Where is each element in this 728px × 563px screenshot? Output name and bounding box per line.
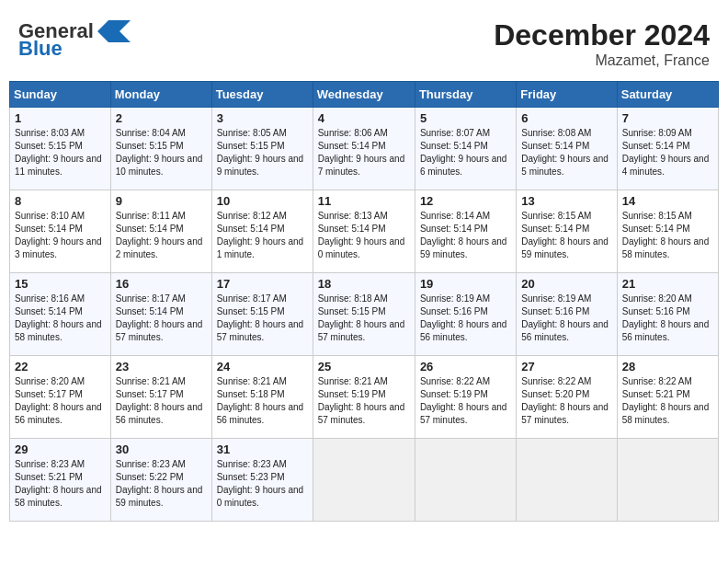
day-info: Sunrise: 8:15 AMSunset: 5:14 PMDaylight:… [521,210,611,261]
day-info: Sunrise: 8:15 AMSunset: 5:14 PMDaylight:… [622,210,713,261]
day-info: Sunrise: 8:14 AMSunset: 5:14 PMDaylight:… [420,210,511,261]
table-row: 20Sunrise: 8:19 AMSunset: 5:16 PMDayligh… [517,273,617,356]
day-number: 12 [420,194,511,208]
table-row: 23Sunrise: 8:21 AMSunset: 5:17 PMDayligh… [110,356,211,439]
table-row: 10Sunrise: 8:12 AMSunset: 5:14 PMDayligh… [211,190,313,273]
header-wednesday: Wednesday [313,82,415,108]
table-row: 9Sunrise: 8:11 AMSunset: 5:14 PMDaylight… [110,190,211,273]
day-info: Sunrise: 8:17 AMSunset: 5:15 PMDaylight:… [217,293,308,344]
day-info: Sunrise: 8:18 AMSunset: 5:15 PMDaylight:… [318,293,410,344]
table-row: 19Sunrise: 8:19 AMSunset: 5:16 PMDayligh… [415,273,516,356]
day-info: Sunrise: 8:20 AMSunset: 5:16 PMDaylight:… [622,293,713,344]
day-number: 28 [622,360,713,373]
svg-marker-0 [97,20,131,42]
day-info: Sunrise: 8:16 AMSunset: 5:14 PMDaylight:… [15,293,106,344]
day-info: Sunrise: 8:07 AMSunset: 5:14 PMDaylight:… [420,127,511,178]
day-number: 19 [420,277,511,291]
table-row: 25Sunrise: 8:21 AMSunset: 5:19 PMDayligh… [313,356,415,439]
table-row [617,439,718,522]
day-number: 25 [318,360,410,373]
day-info: Sunrise: 8:06 AMSunset: 5:14 PMDaylight:… [318,127,410,178]
day-number: 23 [116,360,207,373]
day-number: 3 [217,111,308,125]
day-number: 18 [318,277,410,291]
day-number: 17 [217,277,308,291]
page-subtitle: Mazamet, France [494,52,710,69]
day-number: 29 [15,442,106,456]
day-info: Sunrise: 8:17 AMSunset: 5:14 PMDaylight:… [116,293,207,344]
calendar-week-row: 1Sunrise: 8:03 AMSunset: 5:15 PMDaylight… [10,108,719,190]
day-number: 5 [420,111,511,125]
calendar-table: Sunday Monday Tuesday Wednesday Thursday… [9,81,719,522]
day-info: Sunrise: 8:05 AMSunset: 5:15 PMDaylight:… [217,127,308,178]
table-row: 16Sunrise: 8:17 AMSunset: 5:14 PMDayligh… [110,273,211,356]
day-number: 26 [420,360,511,373]
day-number: 11 [318,194,410,208]
logo-icon [97,18,131,44]
table-row: 2Sunrise: 8:04 AMSunset: 5:15 PMDaylight… [110,108,211,190]
header-thursday: Thursday [415,82,516,108]
day-number: 21 [622,277,713,291]
day-info: Sunrise: 8:23 AMSunset: 5:23 PMDaylight:… [217,458,308,510]
day-info: Sunrise: 8:08 AMSunset: 5:14 PMDaylight:… [521,127,611,178]
header-sunday: Sunday [10,82,111,108]
page-header: General Blue December 2024 Mazamet, Fran… [9,9,719,74]
day-number: 31 [217,442,308,456]
day-info: Sunrise: 8:21 AMSunset: 5:19 PMDaylight:… [318,375,410,427]
logo-blue-text: Blue [18,37,63,61]
title-block: December 2024 Mazamet, France [494,18,710,69]
day-number: 6 [521,111,611,125]
table-row: 13Sunrise: 8:15 AMSunset: 5:14 PMDayligh… [517,190,617,273]
table-row: 31Sunrise: 8:23 AMSunset: 5:23 PMDayligh… [211,439,313,522]
header-monday: Monday [110,82,211,108]
day-info: Sunrise: 8:22 AMSunset: 5:21 PMDaylight:… [622,375,713,427]
day-info: Sunrise: 8:22 AMSunset: 5:20 PMDaylight:… [521,375,611,427]
calendar-week-row: 29Sunrise: 8:23 AMSunset: 5:21 PMDayligh… [10,439,719,522]
header-saturday: Saturday [617,82,718,108]
table-row: 28Sunrise: 8:22 AMSunset: 5:21 PMDayligh… [617,356,718,439]
table-row: 17Sunrise: 8:17 AMSunset: 5:15 PMDayligh… [211,273,313,356]
table-row: 29Sunrise: 8:23 AMSunset: 5:21 PMDayligh… [10,439,111,522]
table-row: 18Sunrise: 8:18 AMSunset: 5:15 PMDayligh… [313,273,415,356]
logo: General Blue [18,18,131,61]
calendar-week-row: 8Sunrise: 8:10 AMSunset: 5:14 PMDaylight… [10,190,719,273]
day-number: 15 [15,277,106,291]
day-info: Sunrise: 8:19 AMSunset: 5:16 PMDaylight:… [420,293,511,344]
table-row: 5Sunrise: 8:07 AMSunset: 5:14 PMDaylight… [415,108,516,190]
calendar-header-row: Sunday Monday Tuesday Wednesday Thursday… [10,82,719,108]
table-row: 24Sunrise: 8:21 AMSunset: 5:18 PMDayligh… [211,356,313,439]
table-row: 3Sunrise: 8:05 AMSunset: 5:15 PMDaylight… [211,108,313,190]
day-number: 30 [116,442,207,456]
day-info: Sunrise: 8:03 AMSunset: 5:15 PMDaylight:… [15,127,106,178]
day-number: 9 [116,194,207,208]
day-info: Sunrise: 8:21 AMSunset: 5:18 PMDaylight:… [217,375,308,427]
table-row: 7Sunrise: 8:09 AMSunset: 5:14 PMDaylight… [617,108,718,190]
day-number: 16 [116,277,207,291]
day-info: Sunrise: 8:10 AMSunset: 5:14 PMDaylight:… [15,210,106,261]
day-number: 8 [15,194,106,208]
table-row: 15Sunrise: 8:16 AMSunset: 5:14 PMDayligh… [10,273,111,356]
day-info: Sunrise: 8:23 AMSunset: 5:22 PMDaylight:… [116,458,207,510]
day-number: 10 [217,194,308,208]
day-number: 14 [622,194,713,208]
day-number: 20 [521,277,611,291]
header-friday: Friday [517,82,617,108]
day-number: 22 [15,360,106,373]
table-row: 14Sunrise: 8:15 AMSunset: 5:14 PMDayligh… [617,190,718,273]
table-row [313,439,415,522]
day-number: 1 [15,111,106,125]
table-row: 21Sunrise: 8:20 AMSunset: 5:16 PMDayligh… [617,273,718,356]
day-info: Sunrise: 8:11 AMSunset: 5:14 PMDaylight:… [116,210,207,261]
day-number: 24 [217,360,308,373]
table-row: 8Sunrise: 8:10 AMSunset: 5:14 PMDaylight… [10,190,111,273]
table-row: 27Sunrise: 8:22 AMSunset: 5:20 PMDayligh… [517,356,617,439]
table-row: 30Sunrise: 8:23 AMSunset: 5:22 PMDayligh… [110,439,211,522]
day-number: 4 [318,111,410,125]
day-info: Sunrise: 8:20 AMSunset: 5:17 PMDaylight:… [15,375,106,427]
table-row: 1Sunrise: 8:03 AMSunset: 5:15 PMDaylight… [10,108,111,190]
day-number: 27 [521,360,611,373]
day-info: Sunrise: 8:13 AMSunset: 5:14 PMDaylight:… [318,210,410,261]
day-info: Sunrise: 8:22 AMSunset: 5:19 PMDaylight:… [420,375,511,427]
day-number: 2 [116,111,207,125]
calendar-week-row: 15Sunrise: 8:16 AMSunset: 5:14 PMDayligh… [10,273,719,356]
